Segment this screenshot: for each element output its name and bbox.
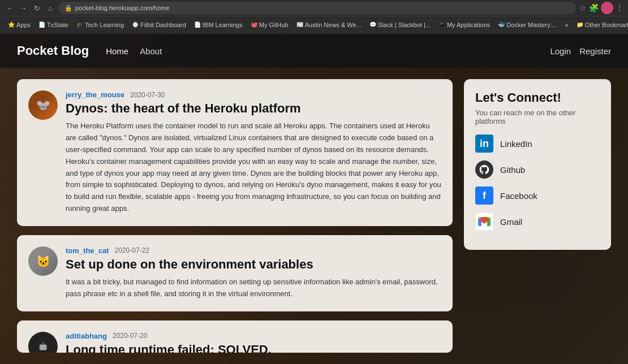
other-bookmarks-icon: 📁: [577, 21, 583, 28]
bookmark-docker-label: Docker Mastery:...: [506, 21, 557, 28]
nav-link-home[interactable]: Home: [106, 46, 128, 56]
github-icon: [475, 161, 493, 179]
docker-icon: 🐳: [498, 21, 505, 28]
sidebar-title: Let's Connect!: [475, 90, 600, 105]
post-title[interactable]: Set up done on the environment variables: [66, 257, 441, 272]
bookmark-apps[interactable]: ⭐ Apps: [5, 20, 34, 29]
bookmark-my-applications[interactable]: 📱 My Applications: [435, 20, 493, 29]
home-button[interactable]: ⌂: [45, 3, 55, 13]
sidebar-card: Let's Connect! You can reach me on the o…: [464, 79, 611, 250]
post-excerpt: It was a bit tricky, but managed to find…: [66, 276, 441, 300]
page-wrapper: Pocket Blog Home About Login Register 🐭 …: [0, 34, 628, 364]
post-card: 🐱 tom_the_cat 2020-07-22 Set up done on …: [17, 235, 453, 311]
bookmark-slack[interactable]: 💬 Slack | Slackbot |...: [366, 20, 434, 29]
bookmark-more-label: »: [565, 21, 569, 28]
post-meta: tom_the_cat 2020-07-22: [66, 246, 441, 255]
post-body: aditiabhang 2020-07-20 Long time runtime…: [66, 332, 441, 341]
bookmark-github-label: My GitHub: [259, 21, 289, 28]
post-meta: jerry_the_mouse 2020-07-30: [66, 90, 441, 99]
profile-icon[interactable]: [601, 2, 613, 14]
nav-link-about[interactable]: About: [140, 46, 162, 56]
post-title[interactable]: Long time runtime failed: SOLVED.: [66, 343, 441, 353]
bookmark-austin-news-label: Austin News & We...: [305, 21, 362, 28]
extensions-icon[interactable]: 🧩: [589, 3, 599, 12]
facebook-link[interactable]: f Facebook: [475, 187, 600, 205]
ibm-icon: 📄: [194, 21, 201, 28]
bookmark-tech-learning[interactable]: 🎓 Tech Learning: [73, 20, 127, 29]
avatar-text: 🤖: [38, 342, 48, 350]
post-date: 2020-07-22: [115, 246, 149, 254]
fitbit-icon: ⌚: [132, 21, 139, 28]
github-bookmark-icon: 🐙: [251, 21, 257, 28]
apps-bookmark-icon: ⭐: [8, 21, 15, 28]
github-link[interactable]: Github: [475, 161, 600, 179]
post-author[interactable]: tom_the_cat: [66, 246, 109, 255]
forward-button[interactable]: →: [18, 3, 28, 13]
bookmark-apps-label: Apps: [16, 21, 31, 28]
txstate-icon: 📄: [38, 21, 45, 28]
bookmark-ibm-label: IBM Learnings: [203, 21, 243, 28]
post-author[interactable]: jerry_the_mouse: [66, 90, 124, 99]
post-card: 🐭 jerry_the_mouse 2020-07-30 Dynos: the …: [17, 79, 453, 226]
bookmark-other[interactable]: 📁 Other Bookmarks: [573, 20, 628, 29]
facebook-icon-text: f: [483, 190, 486, 202]
post-author[interactable]: aditiabhang: [66, 332, 107, 340]
back-button[interactable]: ←: [5, 3, 15, 13]
post-date: 2020-07-20: [113, 332, 147, 340]
post-excerpt: The Heroku Platform uses the container m…: [66, 120, 441, 214]
nav-links: Home About: [106, 46, 550, 56]
sidebar-subtitle: You can reach me on the other platforms: [475, 109, 600, 125]
bookmark-fitbit[interactable]: ⌚ Fitbit Dashboard: [128, 20, 190, 29]
avatar: 🤖: [28, 332, 58, 353]
nav-brand[interactable]: Pocket Blog: [17, 44, 89, 58]
sidebar: Let's Connect! You can reach me on the o…: [464, 79, 611, 353]
post-body: tom_the_cat 2020-07-22 Set up done on th…: [66, 246, 441, 300]
lock-icon: 🔒: [64, 5, 72, 12]
gmail-icon: [475, 213, 493, 231]
reload-button[interactable]: ↻: [32, 3, 42, 13]
gmail-label: Gmail: [500, 217, 522, 227]
linkedin-label: LinkedIn: [500, 139, 532, 149]
bookmark-my-apps-label: My Applications: [447, 21, 490, 28]
post-date: 2020-07-30: [130, 91, 165, 99]
avatar: 🐭: [28, 90, 58, 120]
login-button[interactable]: Login: [550, 46, 571, 56]
github-label: Github: [500, 165, 525, 175]
star-icon[interactable]: ☆: [579, 3, 587, 12]
bookmark-more[interactable]: »: [562, 20, 572, 29]
browser-toolbar: ← → ↻ ⌂ 🔒 pocket-blog.herokuapp.com/home…: [0, 0, 628, 16]
bookmark-slack-label: Slack | Slackbot |...: [378, 21, 431, 28]
bookmark-austin-news[interactable]: 📰 Austin News & We...: [293, 20, 365, 29]
avatar: 🐱: [28, 246, 58, 276]
linkedin-link[interactable]: in LinkedIn: [475, 135, 600, 153]
bookmark-txstate-label: TxState: [47, 21, 68, 28]
my-apps-icon: 📱: [438, 21, 445, 28]
posts-column: 🐭 jerry_the_mouse 2020-07-30 Dynos: the …: [17, 79, 453, 353]
bookmark-txstate[interactable]: 📄 TxState: [35, 20, 72, 29]
url-text: pocket-blog.herokuapp.com/home: [75, 5, 570, 11]
register-button[interactable]: Register: [579, 46, 611, 56]
avatar-text: 🐭: [36, 98, 50, 112]
gmail-link[interactable]: Gmail: [475, 213, 600, 231]
browser-action-icons: ☆ 🧩 ⋮: [579, 2, 623, 14]
address-bar[interactable]: 🔒 pocket-blog.herokuapp.com/home: [59, 2, 576, 14]
facebook-label: Facebook: [500, 191, 537, 201]
bookmark-docker[interactable]: 🐳 Docker Mastery:...: [494, 20, 560, 29]
main-content: 🐭 jerry_the_mouse 2020-07-30 Dynos: the …: [0, 68, 628, 364]
bookmark-other-label: Other Bookmarks: [585, 21, 628, 28]
post-body: jerry_the_mouse 2020-07-30 Dynos: the he…: [66, 90, 441, 215]
bookmark-tech-learning-label: Tech Learning: [85, 21, 124, 28]
linkedin-icon-text: in: [480, 138, 489, 150]
browser-chrome: ← → ↻ ⌂ 🔒 pocket-blog.herokuapp.com/home…: [0, 0, 628, 34]
tech-learning-icon: 🎓: [76, 21, 83, 28]
menu-icon[interactable]: ⋮: [616, 3, 623, 12]
post-card: 🤖 aditiabhang 2020-07-20 Long time runti…: [17, 320, 453, 353]
austin-news-icon: 📰: [296, 21, 303, 28]
bookmark-ibm[interactable]: 📄 IBM Learnings: [191, 20, 246, 29]
bookmark-fitbit-label: Fitbit Dashboard: [140, 21, 186, 28]
navbar: Pocket Blog Home About Login Register: [0, 34, 628, 68]
bookmark-github[interactable]: 🐙 My GitHub: [247, 20, 292, 29]
nav-actions: Login Register: [550, 46, 611, 56]
avatar-text: 🐱: [36, 254, 50, 268]
post-title[interactable]: Dynos: the heart of the Heroku platform: [66, 101, 441, 116]
